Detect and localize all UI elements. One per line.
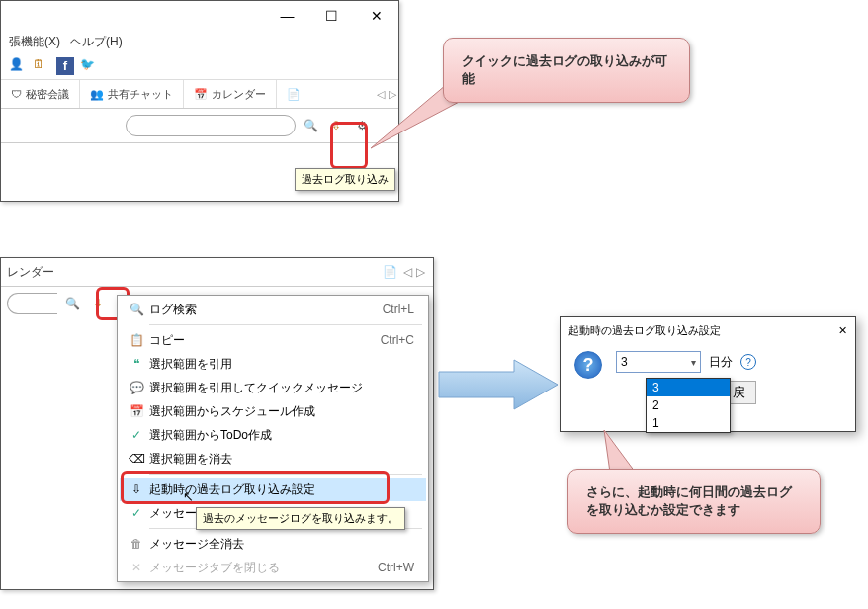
callout-text: クイックに過去ログの取り込みが可能	[462, 53, 667, 86]
menu-create-schedule[interactable]: 📅 選択範囲からスケジュール作成	[120, 399, 426, 423]
dropdown-option-3[interactable]: 3	[647, 379, 730, 396]
svg-marker-1	[439, 360, 558, 409]
tab-shared-chat[interactable]: 👥 共有チャット	[80, 80, 184, 108]
thread-icon: ✓	[124, 506, 149, 520]
right-arrow-icon[interactable]: ▷	[414, 265, 427, 279]
titlebar: ― ☐ ✕	[1, 1, 398, 31]
search-input-2[interactable]	[7, 293, 57, 314]
calendar-icon: 📅	[194, 88, 208, 101]
close-button[interactable]: ✕	[354, 2, 398, 30]
menu-delete-all[interactable]: 🗑 メッセージ全消去	[120, 532, 426, 556]
icon-toolbar: 👤 🗓 f 🐦	[1, 53, 398, 80]
tab-toolbar-2: レンダー 📄 ◁ ▷	[1, 258, 433, 287]
erase-icon: ⌫	[124, 452, 149, 466]
menu-extensions[interactable]: 張機能(X)	[9, 35, 60, 48]
quickmessage-icon: 💬	[124, 381, 149, 394]
search-icon[interactable]: 🔍	[61, 293, 83, 314]
highlight-import-icon	[330, 122, 368, 169]
menu-quote-selection[interactable]: ❝ 選択範囲を引用	[120, 352, 426, 376]
shield-icon: 🛡	[11, 88, 22, 100]
days-dropdown-list: 3 2 1	[646, 378, 731, 433]
help-link-icon[interactable]: ?	[740, 354, 756, 370]
facebook-icon[interactable]: f	[56, 57, 74, 75]
minimize-button[interactable]: ―	[265, 2, 309, 30]
tooltip-import-log: 過去ログ取り込み	[295, 168, 395, 191]
page-icon[interactable]: 📄	[379, 265, 401, 279]
quote-icon: ❝	[124, 357, 149, 371]
menubar: 張機能(X) ヘルプ(H)	[1, 31, 398, 53]
tab-calendar-2[interactable]: レンダー	[7, 264, 54, 281]
dialog-title-text: 起動時の過去ログ取り込み設定	[568, 323, 721, 338]
chevron-down-icon: ▾	[691, 357, 696, 368]
left-arrow-icon[interactable]: ◁	[401, 265, 414, 279]
help-icon: ?	[574, 351, 602, 379]
dialog-close-button[interactable]: ✕	[838, 324, 847, 337]
highlight-startup-settings	[121, 471, 390, 504]
context-menu: 🔍 ログ検索 Ctrl+L 📋 コピー Ctrl+C ❝ 選択範囲を引用 💬 選…	[117, 295, 429, 582]
user-icon[interactable]: 👤	[9, 57, 27, 75]
dialog-titlebar: 起動時の過去ログ取り込み設定 ✕	[561, 317, 855, 343]
tooltip-import-past-log: 過去のメッセージログを取り込みます。	[196, 507, 405, 530]
search-input[interactable]	[126, 115, 296, 136]
menu-erase-selection[interactable]: ⌫ 選択範囲を消去	[120, 447, 426, 471]
left-arrow-icon[interactable]: ◁	[375, 88, 387, 101]
menu-close-tab: ✕ メッセージタブを閉じる Ctrl+W	[120, 556, 426, 579]
close-icon: ✕	[124, 561, 149, 574]
select-value: 3	[621, 355, 628, 369]
days-suffix-label: 日分	[709, 354, 733, 371]
menu-help[interactable]: ヘルプ(H)	[70, 35, 123, 48]
callout-text: さらに、起動時に何日間の過去ログを取り込むか設定できます	[586, 484, 792, 517]
copy-icon: 📋	[124, 333, 149, 347]
menu-copy[interactable]: 📋 コピー Ctrl+C	[120, 328, 426, 352]
trash-icon: 🗑	[124, 537, 149, 551]
people-icon: 👥	[90, 88, 104, 101]
menu-create-todo[interactable]: ✓ 選択範囲からToDo作成	[120, 423, 426, 447]
search-icon[interactable]: 🔍	[300, 115, 321, 136]
callout-days-setting: さらに、起動時に何日間の過去ログを取り込むか設定できます	[567, 469, 821, 534]
days-select[interactable]: 3 ▾	[616, 351, 701, 373]
search-icon: 🔍	[124, 303, 149, 316]
menu-quote-quickmsg[interactable]: 💬 選択範囲を引用してクイックメッセージ	[120, 376, 426, 399]
todo-icon: ✓	[124, 428, 149, 442]
tab-secret-meeting[interactable]: 🛡 秘密会議	[1, 80, 80, 108]
schedule-icon: 📅	[124, 404, 149, 418]
dropdown-option-2[interactable]: 2	[647, 396, 730, 414]
tab-toolbar: 🛡 秘密会議 👥 共有チャット 📅 カレンダー 📄 ◁ ▷	[1, 80, 398, 109]
menu-separator	[149, 324, 422, 325]
twitter-icon[interactable]: 🐦	[80, 57, 98, 75]
arrow-right-icon	[435, 356, 564, 413]
tab-extra[interactable]: 📄	[277, 80, 310, 108]
conference-icon[interactable]: 🗓	[33, 57, 50, 75]
callout-quick-import: クイックに過去ログの取り込みが可能	[443, 38, 690, 103]
page-icon: 📄	[287, 88, 301, 101]
right-arrow-icon[interactable]: ▷	[387, 88, 398, 101]
dropdown-option-1[interactable]: 1	[647, 414, 730, 432]
menu-log-search[interactable]: 🔍 ログ検索 Ctrl+L	[120, 298, 426, 321]
maximize-button[interactable]: ☐	[309, 2, 354, 30]
tab-calendar[interactable]: 📅 カレンダー	[184, 80, 277, 108]
